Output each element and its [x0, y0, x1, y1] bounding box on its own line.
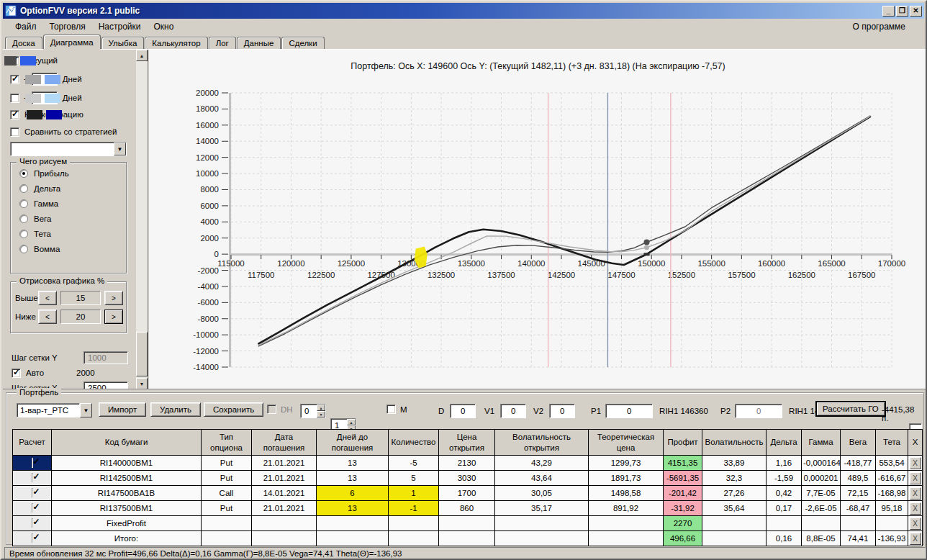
- calculate-margin-button[interactable]: Рассчитать ГО: [815, 401, 886, 417]
- strategy-dropdown[interactable]: ▼: [10, 142, 127, 156]
- calc-cell[interactable]: [13, 501, 52, 516]
- scroll-up-icon[interactable]: ▲: [136, 50, 148, 61]
- col-header: Расчет: [13, 430, 52, 456]
- series-Текущий: [258, 116, 870, 346]
- tab-Данные[interactable]: Данные: [237, 37, 281, 49]
- plus3-color1-swatch[interactable]: [25, 75, 41, 84]
- current-color1-swatch[interactable]: [4, 56, 17, 66]
- row-checkbox[interactable]: [32, 488, 33, 498]
- draw-option-Прибыль[interactable]: Прибыль: [19, 169, 126, 178]
- radio-icon[interactable]: [19, 230, 28, 238]
- scrollbar-thumb[interactable]: [136, 332, 148, 376]
- series-+3 дней: [258, 117, 870, 346]
- profit-chart[interactable]: -14000-12000-10000-8000-6000-4000-200002…: [149, 50, 927, 389]
- spin-up-icon[interactable]: ▲: [347, 419, 356, 425]
- draw-option-Вега[interactable]: Вега: [19, 214, 126, 223]
- preset-dropdown[interactable]: 1-вар-т_РТС ▼: [17, 403, 92, 417]
- cell-open-vol: 35,17: [495, 501, 589, 516]
- expiration-color2-swatch[interactable]: [46, 110, 62, 119]
- below-label: Ниже: [15, 312, 38, 321]
- calc-cell[interactable]: [13, 516, 52, 531]
- tab-Сделки[interactable]: Сделки: [281, 37, 324, 49]
- table-row: RI147500BA1BCall14.01.202161170030,05149…: [13, 486, 923, 501]
- radio-icon[interactable]: [19, 184, 28, 193]
- row-checkbox[interactable]: [32, 458, 33, 468]
- expiration-color1-swatch[interactable]: [27, 110, 42, 119]
- radio-icon[interactable]: [19, 169, 28, 178]
- current-color2-swatch[interactable]: [20, 56, 36, 66]
- delete-row-button[interactable]: X: [910, 487, 921, 500]
- plus3-checkbox[interactable]: [10, 75, 19, 84]
- dh-checkbox[interactable]: [267, 405, 276, 414]
- save-button[interactable]: Сохранить: [204, 402, 263, 417]
- x-tick-label: 160000: [758, 259, 785, 268]
- plus3-color2-swatch[interactable]: [45, 75, 60, 84]
- delete-row-button[interactable]: X: [910, 533, 921, 545]
- calc-cell[interactable]: [13, 471, 52, 486]
- delete-button[interactable]: Удалить: [150, 402, 201, 417]
- tab-Диаграмма[interactable]: Диаграмма: [43, 35, 101, 49]
- tab-Лог[interactable]: Лог: [209, 37, 236, 49]
- cell-delta: 0,42: [767, 486, 802, 501]
- v1-input[interactable]: 0: [500, 404, 526, 418]
- draw-option-Вомма[interactable]: Вомма: [19, 245, 126, 253]
- v2-input[interactable]: 0: [549, 404, 575, 418]
- spin-up-icon[interactable]: ▲: [317, 405, 325, 411]
- spin-down-icon[interactable]: ▼: [317, 411, 325, 417]
- radio-icon[interactable]: [19, 199, 28, 208]
- menu-item[interactable]: Окно: [148, 20, 181, 33]
- delete-row-button[interactable]: X: [910, 457, 921, 469]
- delete-row-button[interactable]: X: [910, 502, 921, 515]
- row-checkbox[interactable]: [32, 533, 33, 543]
- draw-option-Дельта[interactable]: Дельта: [19, 184, 126, 193]
- dh-spinner-1[interactable]: 0 ▲▼: [300, 404, 326, 418]
- maximize-button[interactable]: ❐: [896, 6, 908, 17]
- draw-option-Гамма[interactable]: Гамма: [19, 199, 126, 208]
- row-checkbox[interactable]: [32, 473, 33, 483]
- menu-item[interactable]: Торговля: [43, 20, 92, 33]
- positions-table: РасчетКод бумагиТип опционаДата погашени…: [12, 429, 923, 546]
- menu-item[interactable]: Файл: [9, 20, 43, 33]
- above-decrement-button[interactable]: <: [38, 291, 57, 305]
- col-header: Дата погашения: [252, 430, 317, 456]
- import-button[interactable]: Импорт: [99, 402, 146, 417]
- calc-cell[interactable]: [13, 456, 52, 471]
- plus5-color1-swatch[interactable]: [25, 94, 41, 103]
- p2-input[interactable]: 0: [735, 404, 782, 418]
- delete-row-button[interactable]: X: [910, 472, 921, 484]
- cell-gamma: -0,000164: [802, 456, 841, 471]
- d-input[interactable]: 0: [450, 404, 476, 418]
- draw-option-Тета[interactable]: Тета: [19, 230, 126, 238]
- above-increment-button[interactable]: >: [104, 291, 123, 305]
- plus5-color2-swatch[interactable]: [45, 94, 60, 103]
- plus5-checkbox[interactable]: [10, 94, 19, 103]
- tab-Улыбка[interactable]: Улыбка: [101, 37, 145, 49]
- y-tick-label: 16000: [196, 121, 219, 130]
- row-checkbox[interactable]: [32, 518, 33, 528]
- grid-step-y-input[interactable]: 1000: [83, 351, 128, 364]
- calc-cell[interactable]: [13, 531, 52, 546]
- tab-Калькулятор[interactable]: Калькулятор: [145, 37, 207, 49]
- menu-item[interactable]: Настройки: [92, 20, 148, 33]
- radio-icon[interactable]: [19, 245, 28, 253]
- expiration-checkbox[interactable]: [10, 110, 19, 119]
- compare-strategy-checkbox[interactable]: [10, 127, 19, 137]
- delete-row-button[interactable]: X: [910, 518, 921, 530]
- m-checkbox[interactable]: [386, 405, 396, 414]
- sidebar-scrollbar[interactable]: ▲ ▼: [136, 50, 148, 389]
- tab-Доска[interactable]: Доска: [5, 37, 42, 49]
- close-button[interactable]: ✕: [910, 6, 922, 17]
- menu-about[interactable]: О программе: [846, 20, 918, 33]
- chevron-down-icon[interactable]: ▼: [114, 143, 126, 155]
- radio-icon[interactable]: [19, 214, 28, 223]
- auto-checkbox[interactable]: [12, 369, 21, 378]
- p1-input[interactable]: 0: [605, 404, 653, 418]
- scroll-down-icon[interactable]: ▼: [136, 378, 148, 389]
- below-decrement-button[interactable]: <: [38, 310, 57, 324]
- cell-open-price: [439, 531, 495, 546]
- minimize-button[interactable]: _: [882, 6, 895, 17]
- row-checkbox[interactable]: [32, 503, 33, 513]
- below-increment-button[interactable]: >: [104, 310, 123, 324]
- calc-cell[interactable]: [13, 486, 52, 501]
- chevron-down-icon[interactable]: ▼: [80, 403, 92, 417]
